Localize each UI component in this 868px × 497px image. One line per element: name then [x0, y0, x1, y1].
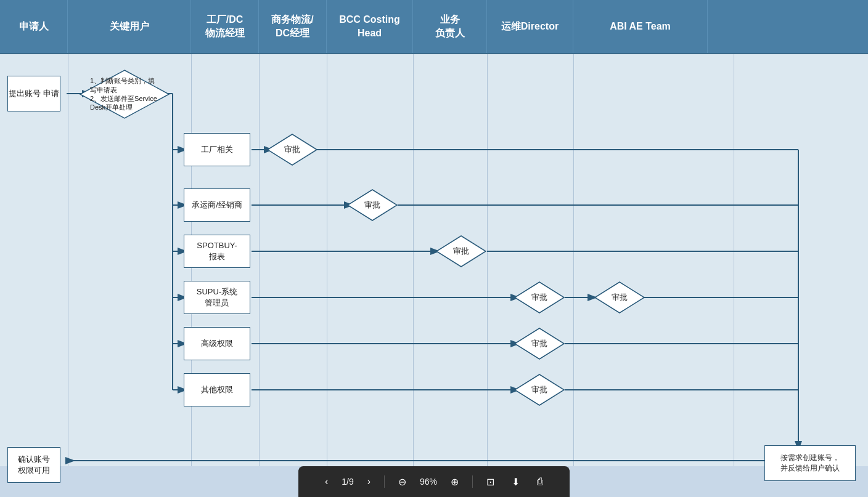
download-icon: ⬇: [512, 476, 520, 488]
main-area: 提出账号 申请 1、判断账号类别，填写申请表2、发送邮件至Service Des…: [0, 54, 868, 466]
next-icon: ›: [367, 476, 371, 487]
col-director: 运维Director: [487, 0, 573, 53]
share-button[interactable]: ⎙: [533, 474, 547, 490]
final-label: 按需求创建账号，并反馈给用户确认: [780, 453, 840, 474]
zoom-out-button[interactable]: ⊖: [395, 474, 410, 490]
divider1: [384, 475, 385, 488]
col-factory-label: 工厂/DC物流经理: [205, 13, 245, 41]
col-ops-label: 业务负责人: [435, 13, 465, 41]
download-button[interactable]: ⬇: [508, 474, 523, 490]
prev-icon: ‹: [325, 476, 328, 487]
decision-diamond: 1、判断账号类别，填写申请表2、发送邮件至Service Desk开单处理: [79, 69, 170, 119]
supu-box: SUPU-系统管理员: [184, 281, 250, 314]
approve6-label: 审批: [531, 385, 547, 394]
decision-text: 1、判断账号类别，填写申请表2、发送邮件至Service Desk开单处理: [90, 77, 157, 111]
fit-icon: ⊡: [486, 476, 494, 488]
prev-page-button[interactable]: ‹: [321, 474, 332, 490]
col-bcc: BCC CostingHead: [327, 0, 413, 53]
zoom-in-button[interactable]: ⊕: [447, 474, 462, 490]
col-applicant-label: 申请人: [19, 20, 49, 33]
header: 申请人 关键用户 工厂/DC物流经理 商务物流/DC经理 BCC Costing…: [0, 0, 868, 54]
carrier-label: 承运商/经销商: [192, 200, 242, 211]
approve6-diamond: 审批: [514, 373, 565, 406]
spotbuy-box: SPOTBUY-报表: [184, 235, 250, 268]
carrier-box: 承运商/经销商: [184, 188, 250, 222]
col-keyuser: 关键用户: [68, 0, 191, 53]
approve4a-diamond: 审批: [514, 281, 565, 314]
approve1-diamond: 审批: [266, 133, 318, 166]
col-abi-label: ABI AE Team: [610, 20, 671, 33]
col-applicant: 申请人: [0, 0, 68, 53]
zoom-level: 96%: [420, 477, 437, 487]
col-director-label: 运维Director: [501, 20, 559, 33]
advanced-box: 高级权限: [184, 327, 250, 360]
supu-label: SUPU-系统管理员: [197, 286, 237, 309]
fit-button[interactable]: ⊡: [483, 474, 498, 490]
col-keyuser-label: 关键用户: [110, 20, 149, 33]
zoom-out-icon: ⊖: [398, 476, 406, 488]
approve4a-label: 审批: [531, 293, 547, 302]
spotbuy-label: SPOTBUY-报表: [197, 240, 237, 262]
approve3-label: 审批: [453, 246, 469, 256]
col-biz: 商务物流/DC经理: [259, 0, 327, 53]
confirm-label: 确认账号权限可用: [18, 454, 50, 476]
col-bcc-label: BCC CostingHead: [339, 13, 400, 41]
approve3-diamond: 审批: [435, 235, 487, 268]
confirm-box: 确认账号权限可用: [7, 447, 60, 483]
col-abi: ABI AE Team: [573, 0, 708, 53]
col-biz-label: 商务物流/DC经理: [271, 13, 313, 41]
approve2-label: 审批: [364, 200, 380, 209]
approve1-label: 审批: [284, 145, 300, 154]
share-icon: ⎙: [537, 476, 543, 487]
approve5-diamond: 审批: [514, 327, 565, 360]
toolbar: ‹ 1/9 › ⊖ 96% ⊕ ⊡ ⬇ ⎙: [298, 466, 570, 497]
approve4b-diamond: 审批: [594, 281, 645, 314]
factory-rel-box: 工厂相关: [184, 133, 250, 166]
approve5-label: 审批: [531, 339, 547, 348]
page-indicator: 1/9: [342, 477, 353, 487]
zoom-in-icon: ⊕: [451, 476, 459, 488]
divider2: [472, 475, 473, 488]
approve4b-label: 审批: [612, 293, 628, 302]
col-factory: 工厂/DC物流经理: [191, 0, 259, 53]
other-box: 其他权限: [184, 373, 250, 406]
col-ops: 业务负责人: [413, 0, 487, 53]
submit-box: 提出账号 申请: [7, 76, 60, 111]
page-number: 1/9: [342, 477, 353, 487]
final-box: 按需求创建账号，并反馈给用户确认: [764, 445, 856, 481]
next-page-button[interactable]: ›: [364, 474, 374, 490]
approve2-diamond: 审批: [346, 188, 398, 222]
